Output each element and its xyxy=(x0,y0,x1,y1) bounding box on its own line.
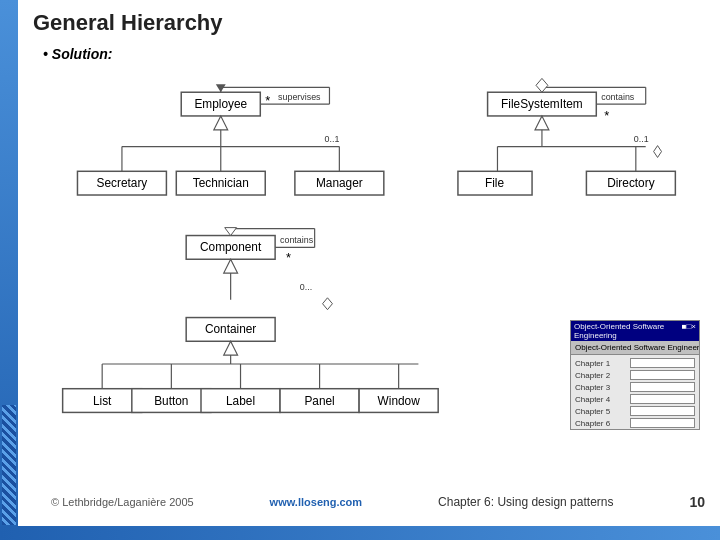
dialog-row-5: Chapter 5 xyxy=(575,406,695,416)
svg-marker-32 xyxy=(535,116,549,130)
bar-pattern xyxy=(2,405,16,525)
footer-page-number: 10 xyxy=(689,494,705,510)
dialog-titlebar: Object-Oriented Software Engineering ■□× xyxy=(571,321,699,341)
main-content: General Hierarchy • Solution: Employee *… xyxy=(18,0,720,526)
svg-marker-50 xyxy=(225,228,237,236)
svg-marker-52 xyxy=(323,298,333,310)
screenshot-dialog: Object-Oriented Software Engineering ■□×… xyxy=(570,320,700,430)
svg-text:Container: Container xyxy=(205,322,256,336)
bottom-bar xyxy=(0,526,720,540)
solution-label: • Solution: xyxy=(43,46,705,62)
footer: © Lethbridge/Laganière 2005 www.lloseng.… xyxy=(36,494,720,510)
svg-text:Technician: Technician xyxy=(193,176,249,190)
svg-text:Window: Window xyxy=(378,394,421,408)
svg-text:contains: contains xyxy=(601,92,635,102)
svg-marker-58 xyxy=(224,341,238,355)
dialog-body: Chapter 1 Chapter 2 Chapter 3 Chapter 4 … xyxy=(571,355,699,430)
footer-url: www.lloseng.com xyxy=(270,496,363,508)
dialog-controls: ■□× xyxy=(682,322,696,340)
svg-text:File: File xyxy=(485,176,504,190)
svg-text:Manager: Manager xyxy=(316,176,363,190)
left-decorative-bar xyxy=(0,0,18,540)
svg-text:Directory: Directory xyxy=(607,176,654,190)
dialog-title: Object-Oriented Software Engineering xyxy=(574,322,674,340)
svg-text:0..1: 0..1 xyxy=(634,134,649,144)
footer-chapter: Chapter 6: Using design patterns xyxy=(438,495,613,509)
svg-marker-7 xyxy=(216,84,226,92)
svg-text:Secretary: Secretary xyxy=(97,176,148,190)
svg-marker-10 xyxy=(214,116,228,130)
svg-text:supervises: supervises xyxy=(278,92,321,102)
svg-text:0..1: 0..1 xyxy=(325,134,340,144)
dialog-row-1: Chapter 1 xyxy=(575,358,695,368)
svg-text:Component: Component xyxy=(200,240,262,254)
svg-text:FileSystemItem: FileSystemItem xyxy=(501,97,583,111)
dialog-row-4: Chapter 4 xyxy=(575,394,695,404)
dialog-row-2: Chapter 2 xyxy=(575,370,695,380)
svg-text:Label: Label xyxy=(226,394,255,408)
dialog-header: Object-Oriented Software Engineering xyxy=(571,341,699,355)
svg-marker-54 xyxy=(224,259,238,273)
svg-text:0...: 0... xyxy=(300,282,312,292)
diagram-area: Employee * supervises 0..1 xyxy=(33,70,705,490)
svg-text:Employee: Employee xyxy=(194,97,247,111)
svg-text:List: List xyxy=(93,394,112,408)
svg-text:Panel: Panel xyxy=(304,394,334,408)
svg-text:*: * xyxy=(604,108,609,123)
svg-text:*: * xyxy=(265,93,270,108)
dialog-row-3: Chapter 3 xyxy=(575,382,695,392)
svg-marker-35 xyxy=(654,146,662,158)
dialog-row-6: Chapter 6 xyxy=(575,418,695,428)
svg-marker-30 xyxy=(536,78,548,92)
svg-text:contains: contains xyxy=(280,235,314,245)
svg-text:Button: Button xyxy=(154,394,188,408)
footer-copyright: © Lethbridge/Laganière 2005 xyxy=(51,496,194,508)
svg-text:*: * xyxy=(286,250,291,265)
page-title: General Hierarchy xyxy=(33,10,705,36)
